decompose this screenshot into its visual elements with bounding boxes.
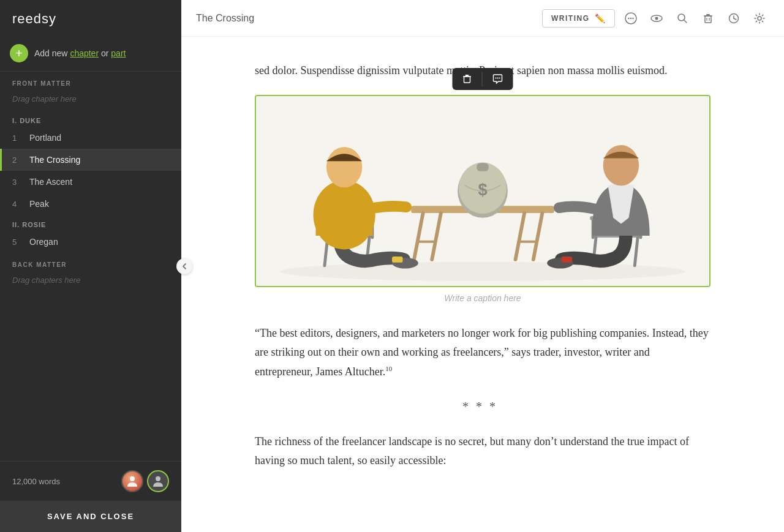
add-new-text: Add new chapter or part xyxy=(34,48,126,58)
chapter-item-2[interactable]: 2 The Crossing xyxy=(0,149,181,171)
trash-button[interactable] xyxy=(698,9,718,28)
front-matter-label: FRONT MATTER xyxy=(0,72,181,89)
comment-bubble-icon xyxy=(492,74,503,84)
logo-area: reedsy xyxy=(0,0,181,36)
comment-icon xyxy=(625,12,637,24)
delete-icon xyxy=(462,74,472,84)
search-icon xyxy=(677,13,688,24)
sidebar: reedsy + Add new chapter or part FRONT M… xyxy=(0,0,181,532)
svg-point-4 xyxy=(630,17,631,18)
sidebar-bottom: 12,000 words xyxy=(0,461,181,501)
history-button[interactable] xyxy=(724,9,744,28)
chevron-left-icon xyxy=(181,263,188,270)
image-block-wrapper[interactable]: $ xyxy=(255,95,710,314)
svg-point-1 xyxy=(156,476,160,481)
avatar-1 xyxy=(121,470,143,492)
pencil-icon: ✏️ xyxy=(595,13,606,23)
drag-chapter-placeholder: Drag chapter here xyxy=(0,89,181,111)
add-chapter-link[interactable]: chapter xyxy=(70,48,99,58)
add-new-area: + Add new chapter or part xyxy=(0,36,181,72)
svg-point-46 xyxy=(326,147,362,187)
svg-point-0 xyxy=(130,476,135,481)
clock-icon xyxy=(728,13,739,24)
image-comment-button[interactable] xyxy=(483,68,513,90)
eye-icon xyxy=(650,12,663,24)
add-plus-button[interactable]: + xyxy=(10,44,28,62)
svg-line-27 xyxy=(414,213,423,260)
chapter-item-4[interactable]: 4 Peak xyxy=(0,193,181,215)
editor-area[interactable]: sed dolor. Suspendisse dignissim vulputa… xyxy=(181,37,784,532)
svg-line-17 xyxy=(734,18,736,20)
chapter-item-1[interactable]: 1 Portland xyxy=(0,127,181,149)
preview-button[interactable] xyxy=(647,9,666,28)
svg-rect-10 xyxy=(705,16,711,23)
part1-label: I. DUKE xyxy=(0,111,181,127)
svg-rect-19 xyxy=(464,77,470,83)
avatar-person-2-icon xyxy=(151,474,165,488)
section-separator: *** xyxy=(255,400,710,414)
word-count: 12,000 words xyxy=(12,477,60,486)
avatar-2 xyxy=(147,470,169,492)
svg-point-24 xyxy=(499,77,500,78)
avatar-person-icon xyxy=(126,474,139,488)
svg-point-22 xyxy=(495,77,496,78)
svg-point-25 xyxy=(280,261,685,280)
svg-rect-54 xyxy=(562,257,573,263)
search-button[interactable] xyxy=(673,9,692,28)
svg-point-3 xyxy=(628,17,629,18)
image-toolbar xyxy=(453,68,513,90)
mode-button[interactable]: WRITING ✏️ xyxy=(542,9,615,28)
logo: reedsy xyxy=(12,11,56,27)
topbar: The Crossing WRITING ✏️ xyxy=(181,0,784,37)
svg-line-28 xyxy=(432,213,441,260)
svg-text:$: $ xyxy=(478,179,487,198)
svg-point-18 xyxy=(758,17,761,20)
settings-button[interactable] xyxy=(750,9,769,28)
svg-rect-44 xyxy=(392,257,403,263)
editor-body-text[interactable]: The richness of the freelancer landscape… xyxy=(255,432,710,470)
main-area: The Crossing WRITING ✏️ xyxy=(181,0,784,532)
scene-illustration: $ xyxy=(256,96,709,286)
editor-quote-text[interactable]: “The best editors, designers, and market… xyxy=(255,324,710,382)
image-delete-button[interactable] xyxy=(453,68,482,90)
svg-line-9 xyxy=(684,20,687,23)
add-part-link[interactable]: part xyxy=(111,48,126,58)
back-matter-label: BACK MATTER xyxy=(0,253,181,271)
gear-icon xyxy=(754,13,765,24)
svg-line-29 xyxy=(516,213,525,260)
part2-label: II. ROSIE xyxy=(0,215,181,231)
image-block: $ xyxy=(255,95,710,287)
svg-line-30 xyxy=(533,213,543,260)
image-caption[interactable]: Write a caption here xyxy=(255,287,710,314)
toolbar-right: WRITING ✏️ xyxy=(542,9,769,28)
svg-point-5 xyxy=(632,17,633,18)
svg-line-49 xyxy=(635,238,638,266)
save-and-close-button[interactable]: SAVE AND CLOSE xyxy=(0,501,181,532)
svg-point-23 xyxy=(497,77,498,78)
svg-rect-35 xyxy=(477,163,488,171)
svg-point-7 xyxy=(655,17,658,20)
comment-button[interactable] xyxy=(621,9,641,28)
drag-chapters-placeholder: Drag chapters here xyxy=(0,271,181,292)
avatars xyxy=(121,470,169,492)
document-title: The Crossing xyxy=(196,13,254,24)
trash-icon xyxy=(703,13,714,24)
chapter-item-5[interactable]: 5 Oregan xyxy=(0,231,181,253)
collapse-sidebar-button[interactable] xyxy=(181,258,192,274)
svg-point-55 xyxy=(603,145,639,185)
chapter-item-3[interactable]: 3 The Ascent xyxy=(0,171,181,193)
